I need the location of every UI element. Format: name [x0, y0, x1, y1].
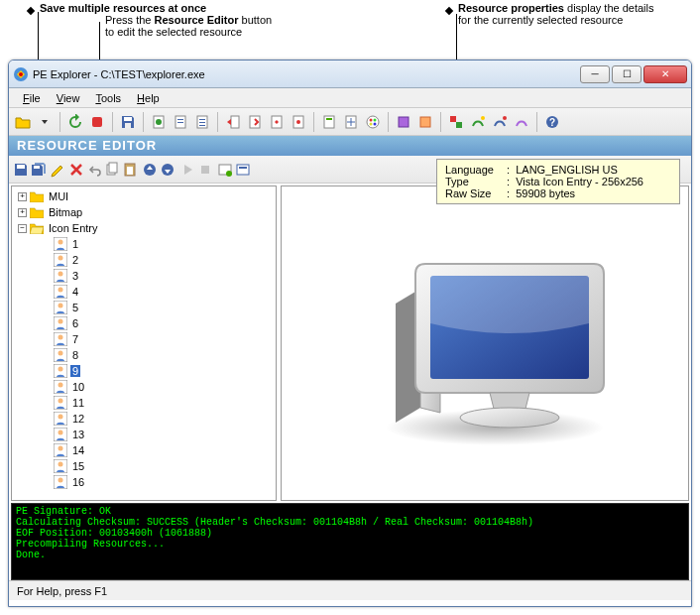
svg-rect-19: [324, 116, 334, 128]
stop2-icon[interactable]: [197, 162, 213, 178]
export2-icon[interactable]: [267, 112, 287, 132]
tree-item[interactable]: 12: [14, 411, 274, 427]
annotation-left-l1b: button: [239, 14, 273, 26]
delete-icon[interactable]: [68, 162, 84, 178]
expand-icon[interactable]: +: [18, 208, 27, 217]
wiz2-icon[interactable]: [415, 112, 435, 132]
annotation-right-rest: display the details: [564, 2, 654, 14]
tree-item[interactable]: 4: [14, 284, 274, 300]
tool1-icon[interactable]: [446, 112, 466, 132]
doc2-icon[interactable]: [171, 112, 190, 132]
page1-icon[interactable]: [319, 112, 339, 132]
svg-rect-14: [231, 116, 239, 128]
down-icon[interactable]: [160, 162, 175, 178]
tree-item[interactable]: 11: [14, 395, 274, 411]
expand-icon[interactable]: +: [18, 192, 27, 201]
page2-icon[interactable]: [341, 112, 361, 132]
svg-rect-8: [177, 119, 183, 120]
doc1-icon[interactable]: [149, 112, 169, 132]
svg-point-18: [296, 120, 300, 124]
undo-icon[interactable]: [86, 162, 102, 178]
annotation-left-l2: to edit the selected resource: [105, 26, 305, 38]
export1-icon[interactable]: [245, 112, 265, 132]
svg-point-61: [58, 335, 63, 340]
tree-item[interactable]: 14: [14, 442, 274, 458]
tree-item[interactable]: 2: [14, 252, 274, 268]
play-icon[interactable]: [179, 162, 195, 178]
properties-box: Language: LANG_ENGLISH US Type: Vista Ic…: [436, 159, 680, 204]
help-icon[interactable]: ?: [542, 112, 562, 132]
close-button[interactable]: ✕: [643, 65, 687, 83]
tree-item[interactable]: 7: [14, 331, 274, 347]
paste-icon[interactable]: [122, 162, 138, 178]
svg-rect-47: [239, 167, 247, 169]
tree-item[interactable]: 3: [14, 268, 274, 284]
icon-resource-icon: [54, 332, 67, 346]
maximize-button[interactable]: ☐: [612, 65, 642, 83]
open-icon[interactable]: [13, 112, 33, 132]
resource-tree[interactable]: + MUI + Bitmap − Icon Entry 12345678: [11, 185, 277, 501]
tree-folder-mui[interactable]: + MUI: [14, 188, 274, 204]
dropdown-icon[interactable]: [35, 112, 55, 132]
svg-rect-11: [199, 119, 205, 120]
tool4-icon[interactable]: [512, 112, 531, 132]
copy-icon[interactable]: [104, 162, 120, 178]
tree-item[interactable]: 10: [14, 379, 274, 395]
tree-item[interactable]: 1: [14, 236, 274, 252]
view2-icon[interactable]: [235, 162, 251, 178]
minimize-button[interactable]: ─: [580, 65, 610, 83]
folder-icon: [30, 206, 44, 218]
svg-point-83: [460, 408, 559, 428]
wiz1-icon[interactable]: [394, 112, 413, 132]
collapse-icon[interactable]: −: [18, 224, 27, 233]
titlebar[interactable]: PE Explorer - C:\TEST\explorer.exe ─ ☐ ✕: [9, 61, 691, 88]
icon-resource-icon: [54, 285, 67, 299]
icon-resource-icon: [54, 364, 67, 378]
doc3-icon[interactable]: [192, 112, 212, 132]
icon-resource-icon: [54, 301, 67, 314]
save-res-icon[interactable]: [13, 162, 29, 178]
tree-item[interactable]: 9: [14, 363, 274, 379]
menu-file[interactable]: File: [15, 90, 49, 106]
up-icon[interactable]: [142, 162, 158, 178]
svg-point-23: [370, 118, 373, 121]
svg-rect-20: [326, 118, 332, 120]
save-multi-icon[interactable]: [31, 162, 47, 178]
annotation-left-bold: Resource Editor: [155, 14, 239, 26]
main-toolbar: ?: [9, 108, 691, 136]
refresh-icon[interactable]: [65, 112, 85, 132]
icon-resource-icon: [54, 396, 67, 410]
tree-folder-bitmap[interactable]: + Bitmap: [14, 204, 274, 220]
svg-rect-28: [420, 117, 430, 127]
tree-item[interactable]: 13: [14, 427, 274, 442]
stop-icon[interactable]: [87, 112, 107, 132]
menu-view[interactable]: View: [49, 90, 88, 106]
menu-help[interactable]: Help: [129, 90, 168, 106]
tree-item[interactable]: 6: [14, 315, 274, 331]
svg-point-25: [374, 122, 377, 125]
svg-point-71: [58, 415, 63, 420]
tool3-icon[interactable]: [490, 112, 510, 132]
tool2-icon[interactable]: [468, 112, 488, 132]
icon-resource-icon: [54, 269, 67, 283]
tree-item[interactable]: 16: [14, 474, 274, 490]
tree-item[interactable]: 8: [14, 347, 274, 363]
export3-icon[interactable]: [289, 112, 308, 132]
annotation-left-title: Save multiple resources at once: [40, 2, 206, 14]
svg-rect-2: [92, 117, 102, 127]
view1-icon[interactable]: [217, 162, 233, 178]
edit-icon[interactable]: [51, 162, 66, 178]
tree-item[interactable]: 5: [14, 300, 274, 315]
window-title: PE Explorer - C:\TEST\explorer.exe: [33, 68, 578, 80]
annotation-right-title: Resource properties: [458, 2, 564, 14]
menu-tools[interactable]: Tools: [87, 90, 129, 106]
monitor-preview-icon: [346, 234, 624, 452]
tree-folder-iconentry[interactable]: − Icon Entry: [14, 220, 274, 236]
tree-item[interactable]: 15: [14, 458, 274, 474]
svg-rect-29: [450, 116, 456, 122]
arrow-doc-icon[interactable]: [223, 112, 243, 132]
svg-rect-40: [127, 167, 133, 175]
palette-icon[interactable]: [363, 112, 383, 132]
save-icon[interactable]: [118, 112, 138, 132]
svg-rect-3: [124, 117, 132, 121]
